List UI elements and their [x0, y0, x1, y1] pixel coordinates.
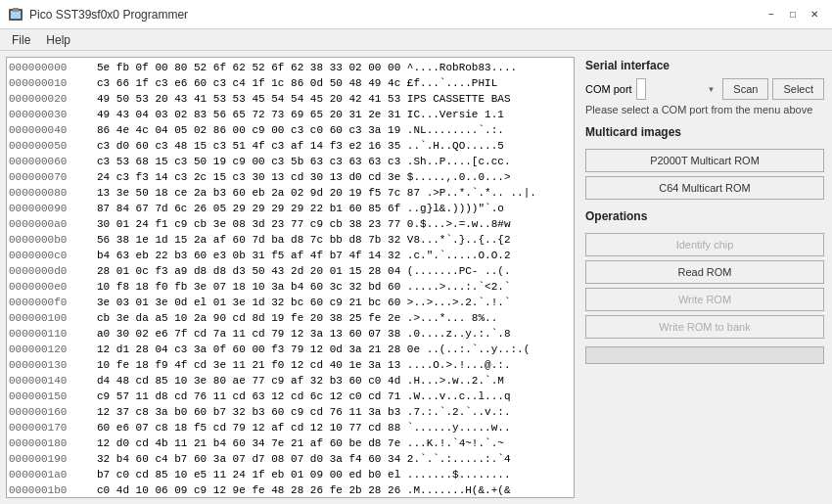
- table-row: 000000140 d4 48 cd 85 10 3e 80 ae 77 c9 …: [9, 373, 572, 389]
- com-port-select[interactable]: [636, 78, 646, 100]
- multicard-images-label: Multicard images: [585, 125, 824, 139]
- hex-bytes: 10 f8 18 f0 fb 3e 07 18 10 3a b4 60 3c 3…: [97, 279, 407, 295]
- hex-ascii: .......$........: [407, 467, 511, 482]
- minimize-button[interactable]: −: [762, 5, 781, 24]
- hex-address: 000000190: [9, 451, 97, 467]
- serial-interface-section: Serial interface COM port Scan Select Pl…: [585, 59, 824, 115]
- hex-ascii: .0....z..y.:.`.8: [407, 326, 511, 342]
- hex-address: 000000120: [9, 342, 97, 357]
- hex-bytes: c9 57 11 d8 cd 76 11 cd 63 12 cd 6c 12 c…: [97, 389, 407, 404]
- hex-panel[interactable]: 000000000 5e fb 0f 00 80 52 6f 62 52 6f …: [6, 57, 575, 498]
- hex-ascii: ..`.H..QO.....5: [407, 138, 504, 154]
- hex-ascii: $.....,.0..0...>: [407, 169, 511, 185]
- hex-address: 000000000: [9, 60, 97, 75]
- table-row: 0000000c0 b4 63 eb 22 b3 60 e3 0b 31 f5 …: [9, 248, 572, 263]
- hex-address: 000000080: [9, 185, 97, 201]
- svg-rect-2: [13, 8, 19, 12]
- hex-bytes: 56 38 1e 1d 15 2a af 60 7d ba d8 7c bb d…: [97, 232, 407, 248]
- hex-address: 000000110: [9, 326, 97, 342]
- hex-bytes: 32 b4 60 c4 b7 60 3a 07 d7 08 07 d0 3a f…: [97, 451, 407, 467]
- com-port-label: COM port: [585, 83, 632, 95]
- table-row: 0000001a0 b7 c0 cd 85 10 e5 11 24 1f eb …: [9, 467, 572, 482]
- hex-ascii: .Sh..P....[c.cc.: [407, 154, 511, 169]
- hex-ascii: `......y.....w..: [407, 420, 511, 435]
- read-rom-button[interactable]: Read ROM: [585, 260, 824, 284]
- hex-bytes: 12 37 c8 3a b0 60 b7 32 b3 60 c9 cd 76 1…: [97, 404, 407, 420]
- table-row: 000000150 c9 57 11 d8 cd 76 11 cd 63 12 …: [9, 389, 572, 404]
- hex-ascii: £f...`....PHIL: [407, 75, 497, 91]
- hex-bytes: 12 d0 cd 4b 11 21 b4 60 34 7e 21 af 60 b…: [97, 435, 407, 451]
- hex-bytes: 28 01 0c f3 a9 d8 d8 d3 50 43 2d 20 01 1…: [97, 263, 407, 279]
- hex-bytes: 5e fb 0f 00 80 52 6f 62 52 6f 62 38 33 0…: [97, 60, 407, 75]
- hex-bytes: 24 c3 f3 14 c3 2c 15 c3 30 13 cd 30 13 d…: [97, 169, 407, 185]
- operations-label: Operations: [585, 209, 824, 223]
- identify-chip-button[interactable]: Identify chip: [585, 233, 824, 256]
- hex-ascii: (.......PC- ..(.: [407, 263, 511, 279]
- table-row: 000000110 a0 30 02 e6 7f cd 7a 11 cd 79 …: [9, 326, 572, 342]
- hex-bytes: c3 53 68 15 c3 50 19 c9 00 c3 5b 63 c3 6…: [97, 154, 407, 169]
- scan-button[interactable]: Scan: [722, 78, 768, 100]
- hex-address: 0000000d0: [9, 263, 97, 279]
- table-row: 0000000b0 56 38 1e 1d 15 2a af 60 7d ba …: [9, 232, 572, 248]
- hex-address: 000000160: [9, 404, 97, 420]
- table-row: 0000001b0 c0 4d 10 06 09 c9 12 9e fe 48 …: [9, 482, 572, 498]
- select-button[interactable]: Select: [772, 78, 824, 100]
- hex-address: 000000070: [9, 169, 97, 185]
- hex-address: 0000000c0: [9, 248, 97, 263]
- hex-bytes: 13 3e 50 18 ce 2a b3 60 eb 2a 02 9d 20 1…: [97, 185, 427, 201]
- operations-section: Operations Identify chip Read ROM Write …: [585, 209, 824, 364]
- hex-ascii: .....>...:.`<2.`: [407, 279, 511, 295]
- hex-ascii: .H...>.w..2.`.M: [407, 373, 504, 389]
- table-row: 000000040 86 4e 4c 04 05 02 86 00 c9 00 …: [9, 122, 572, 138]
- table-row: 000000130 10 fe 18 f9 4f cd 3e 11 21 f0 …: [9, 357, 572, 373]
- table-row: 000000030 49 43 04 03 02 83 56 65 72 73 …: [9, 107, 572, 122]
- progress-bar-container: [585, 346, 824, 364]
- hex-ascii: .7.:.`.2.`..v.:.: [407, 404, 511, 420]
- table-row: 000000170 60 e6 07 c8 18 f5 cd 79 12 af …: [9, 420, 572, 435]
- hex-ascii: .NL........`.:.: [407, 122, 504, 138]
- hex-address: 000000150: [9, 389, 97, 404]
- right-panel: Serial interface COM port Scan Select Pl…: [578, 51, 832, 504]
- hex-address: 000000030: [9, 107, 97, 122]
- hex-ascii: 2.`.`.:.....:.`4: [407, 451, 511, 467]
- hex-bytes: 3e 03 01 3e 0d el 01 3e 1d 32 bc 60 c9 2…: [97, 295, 407, 310]
- table-row: 000000060 c3 53 68 15 c3 50 19 c9 00 c3 …: [9, 154, 572, 169]
- hex-bytes: 49 50 53 20 43 41 53 53 45 54 54 45 20 4…: [97, 91, 407, 107]
- title-bar: Pico SST39sf0x0 Programmer − □ ✕: [0, 0, 832, 29]
- menu-help[interactable]: Help: [38, 31, 78, 49]
- hex-bytes: 86 4e 4c 04 05 02 86 00 c9 00 c3 c0 60 c…: [97, 122, 407, 138]
- close-button[interactable]: ✕: [805, 5, 824, 24]
- c64-multicart-button[interactable]: C64 Multicart ROM: [585, 176, 824, 200]
- table-row: 0000000a0 30 01 24 f1 c9 cb 3e 08 3d 23 …: [9, 216, 572, 232]
- write-rom-to-bank-button[interactable]: Write ROM to bank: [585, 315, 824, 339]
- hex-bytes: b4 63 eb 22 b3 60 e3 0b 31 f5 af 4f b7 4…: [97, 248, 407, 263]
- hex-bytes: c0 4d 10 06 09 c9 12 9e fe 48 28 26 fe 2…: [97, 482, 407, 498]
- hex-bytes: 87 84 67 7d 6c 26 05 29 29 29 29 22 b1 6…: [97, 201, 407, 216]
- hex-ascii: ..(..:.`..y..:.(: [427, 342, 531, 357]
- table-row: 000000020 49 50 53 20 43 41 53 53 45 54 …: [9, 91, 572, 107]
- maximize-button[interactable]: □: [783, 5, 803, 24]
- hex-bytes: c3 66 1f c3 e6 60 c3 c4 1f 1c 86 0d 50 4…: [97, 75, 407, 91]
- hex-ascii: IPS CASSETTE BAS: [407, 91, 511, 107]
- hex-address: 000000090: [9, 201, 97, 216]
- hex-bytes: 30 01 24 f1 c9 cb 3e 08 3d 23 77 c9 cb 3…: [97, 216, 407, 232]
- table-row: 000000180 12 d0 cd 4b 11 21 b4 60 34 7e …: [9, 435, 572, 451]
- multicard-images-section: Multicard images P2000T Multicart ROM C6…: [585, 125, 824, 200]
- p2000t-multicart-button[interactable]: P2000T Multicart ROM: [585, 149, 824, 172]
- window-controls: − □ ✕: [762, 5, 824, 24]
- table-row: 000000050 c3 d0 60 c3 48 15 c3 51 4f c3 …: [9, 138, 572, 154]
- main-content: 000000000 5e fb 0f 00 80 52 6f 62 52 6f …: [0, 51, 832, 504]
- hex-address: 000000100: [9, 310, 97, 326]
- menu-file[interactable]: File: [4, 31, 38, 49]
- hex-address: 000000010: [9, 75, 97, 91]
- hex-ascii: >..>...>.2.`.!.`: [407, 295, 511, 310]
- hex-bytes: d4 48 cd 85 10 3e 80 ae 77 c9 af 32 b3 6…: [97, 373, 407, 389]
- table-row: 0000000e0 10 f8 18 f0 fb 3e 07 18 10 3a …: [9, 279, 572, 295]
- hex-address: 0000000e0: [9, 279, 97, 295]
- hex-address: 0000000b0: [9, 232, 97, 248]
- table-row: 000000010 c3 66 1f c3 e6 60 c3 c4 1f 1c …: [9, 75, 572, 91]
- hex-ascii: .c.".`.....O.O.2: [407, 248, 511, 263]
- write-rom-button[interactable]: Write ROM: [585, 288, 824, 311]
- serial-interface-label: Serial interface: [585, 59, 824, 72]
- table-row: 000000080 13 3e 50 18 ce 2a b3 60 eb 2a …: [9, 185, 572, 201]
